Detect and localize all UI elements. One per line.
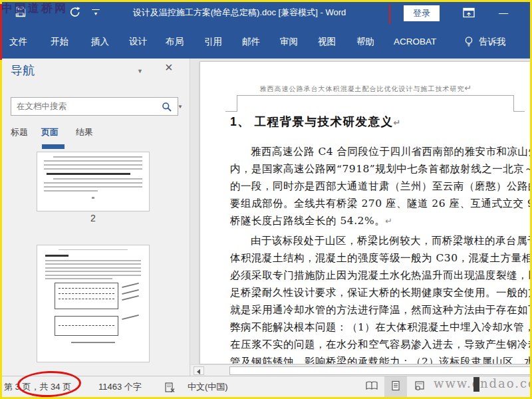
- sketch-line: [44, 186, 142, 188]
- sketch-line: [53, 156, 142, 158]
- dashed-pipe-line: [59, 288, 114, 289]
- header-corner-mark: [237, 95, 237, 112]
- status-bar: 第 3 页，共 34 页 11463 个字 中文(中国): [0, 376, 532, 397]
- horizontal-scrollbar-thumb[interactable]: [229, 366, 531, 375]
- sketch-line: [45, 263, 141, 265]
- sketch-line: [45, 260, 141, 261]
- nav-tab-headings[interactable]: 标题: [11, 126, 28, 138]
- figure-annotation-leaders: [122, 317, 139, 323]
- text-line: 桥隧长度占路线全长的 54.2%。↵: [230, 212, 532, 229]
- dashed-pipe-line: [59, 293, 114, 294]
- sketch-line: [44, 182, 142, 184]
- proofing-errors-icon[interactable]: [164, 380, 176, 399]
- text-line: 由于该标段处于山区，桥梁比例较大，而桥梁墩柱的承台属于大: [230, 232, 532, 249]
- sketch-line: [45, 271, 141, 272]
- search-input[interactable]: [17, 98, 143, 115]
- tab-layout[interactable]: 布局: [166, 25, 184, 59]
- cooling-pipe-figure-1: [55, 283, 118, 309]
- word-count-indicator[interactable]: 11463 个字: [98, 376, 142, 397]
- figure-annotation-leaders: [122, 285, 139, 304]
- text-line: 要组成部份。全线共有桥梁 270 座、隧道 26 座、互通式立交 9 处，: [230, 195, 532, 212]
- tab-design[interactable]: 设计: [129, 25, 147, 59]
- leader-line: [122, 289, 139, 294]
- scroll-left-arrow[interactable]: [194, 366, 204, 375]
- text-line: 体积混凝土结构，混凝土的强度等级一般为 C30，混凝土方量相当大，: [230, 249, 532, 267]
- header-boundary-line: [237, 95, 514, 96]
- thumbnail-page-number-mark: [92, 197, 94, 199]
- page-2-thumbnail-label: 2: [37, 213, 150, 223]
- sketch-line: [45, 275, 141, 276]
- document-search-box[interactable]: ▼: [11, 97, 178, 116]
- read-mode-button[interactable]: [360, 376, 383, 397]
- header-corner-mark: [225, 111, 237, 112]
- minimize-button[interactable]: —: [493, 1, 513, 24]
- nav-tab-results[interactable]: 结果: [76, 126, 93, 138]
- leader-line: [122, 283, 139, 288]
- paragraph-mark: ↵: [465, 83, 473, 93]
- page-2-thumbnail[interactable]: [37, 152, 150, 211]
- sketch-line: [45, 278, 112, 279]
- header-corner-mark: [513, 95, 514, 112]
- navigation-options-caret-icon[interactable]: ▼: [137, 68, 143, 74]
- sketch-line: [45, 267, 141, 269]
- sketch-line: [44, 160, 142, 162]
- ribbon-tab-bar: 文件 开始 插入 设计 布局 引用 邮件 审阅 视图 帮助 ACROBAT 告诉…: [0, 25, 532, 59]
- cooling-pipe-figure-2: [55, 316, 118, 336]
- page-thumbnail-list: 2: [0, 140, 189, 376]
- tab-insert[interactable]: 插入: [91, 25, 109, 59]
- document-page[interactable]: 雅西高速公路承台大体积混凝土配合比优化设计与施工技术研究↵ 1、 工程背景与技术…: [200, 61, 532, 364]
- save-icon[interactable]: [15, 6, 27, 21]
- language-indicator[interactable]: 中文(中国): [188, 376, 228, 397]
- paragraph-2: 由于该标段处于山区，桥梁比例较大，而桥梁墩柱的承台属于大 体积混凝土结构，混凝土…: [230, 232, 532, 364]
- tab-acrobat[interactable]: ACROBAT: [394, 25, 436, 59]
- text-line: 在压浆不实的问题，在水分和空气容易渗入进去，导致产生钢冷却水: [230, 336, 532, 353]
- text-line: 足桥梁耐久性设计要求，保证大桥的长期健康安全使用。一般的方法: [230, 284, 532, 301]
- search-options-caret-icon[interactable]: ▼: [178, 104, 183, 110]
- tab-review[interactable]: 审阅: [280, 25, 298, 59]
- tab-references[interactable]: 引用: [204, 25, 222, 59]
- leader-line: [122, 315, 139, 320]
- tab-mailings[interactable]: 邮件: [242, 25, 260, 59]
- web-layout-button[interactable]: [408, 376, 431, 397]
- document-canvas: 雅西高速公路承台大体积混凝土配合比优化设计与施工技术研究↵ 1、 工程背景与技术…: [191, 59, 532, 376]
- lightbulb-icon: [464, 36, 474, 51]
- tell-me-box[interactable]: 告诉我: [479, 25, 506, 59]
- text-line: 雅西高速公路 C4 合同段位于四川省西南部的雅安市和凉山州境: [230, 143, 532, 160]
- title-bar: ▼ 设计及温控施工方案(给牟总定稿).doc [兼容模式] - Word 登录 …: [0, 0, 532, 25]
- text-line: 就是采用通冷却水管的方法进行降温，然而这种方法由于存在如下的: [230, 301, 532, 319]
- dashed-pipe-line: [59, 299, 114, 299]
- page-1-thumbnail-partial[interactable]: [42, 144, 65, 149]
- page-3-thumbnail[interactable]: [37, 245, 150, 362]
- page-number-indicator[interactable]: 第 3 页，共 34 页: [4, 376, 71, 397]
- navigation-close-icon[interactable]: ×: [165, 60, 173, 75]
- tab-home[interactable]: 开始: [51, 25, 68, 59]
- tab-view[interactable]: 视图: [318, 25, 336, 59]
- paragraph-mark: ↵: [394, 118, 402, 128]
- tab-help[interactable]: 帮助: [356, 25, 374, 59]
- sketch-header-line: [59, 249, 128, 250]
- sign-in-button[interactable]: 登录: [404, 5, 440, 21]
- horizontal-scrollbar[interactable]: [191, 364, 532, 376]
- search-icon[interactable]: [162, 102, 172, 115]
- paragraph-1: 雅西高速公路 C4 合同段位于四川省西南部的雅安市和凉山州境 内，是国家高速公路…: [230, 143, 532, 229]
- print-layout-button[interactable]: [384, 376, 407, 397]
- text-line: 弊病不能解决根本问题：（1）在大体积混凝土中埋入冷却水管，会存: [230, 319, 532, 336]
- dashed-pipe-line: [59, 325, 114, 326]
- header-corner-mark: [513, 111, 525, 112]
- text-line: 的一段，同时亦是西部大通道甘肃（兰州）至云南（磨憨）公路的重: [230, 178, 532, 195]
- sketch-figure-caption: [71, 342, 115, 343]
- navigation-pane: 导航 ▼ × ▼ 标题 页面 结果: [0, 59, 190, 376]
- navigation-pane-title: 导航: [11, 63, 35, 78]
- section-heading: 1、 工程背景与技术研发意义↵: [230, 114, 402, 130]
- page-header-text: 雅西高速公路承台大体积混凝土配合比优化设计与施工技术研究↵: [200, 83, 532, 94]
- text-line: 必须采取专门措施防止因为混凝土水化热温升而出现温度裂缝，以满: [230, 267, 532, 284]
- leader-line: [122, 295, 139, 301]
- text-line: 管及钢筋锈蚀，影响桥梁的承载能力；（2）该标段隶属山区，水资源: [230, 353, 532, 364]
- tab-file[interactable]: 文件: [9, 25, 27, 59]
- sketch-line: [53, 178, 142, 180]
- text-line: 内，是国家高速公路网“7918”规划中七条首都放射线之一北京～昆明: [230, 160, 532, 178]
- nav-tab-pages[interactable]: 页面: [41, 126, 59, 138]
- ribbon-display-options-icon[interactable]: [462, 7, 475, 19]
- paragraph-mark: ↵: [385, 216, 392, 226]
- sketch-line: [44, 168, 142, 170]
